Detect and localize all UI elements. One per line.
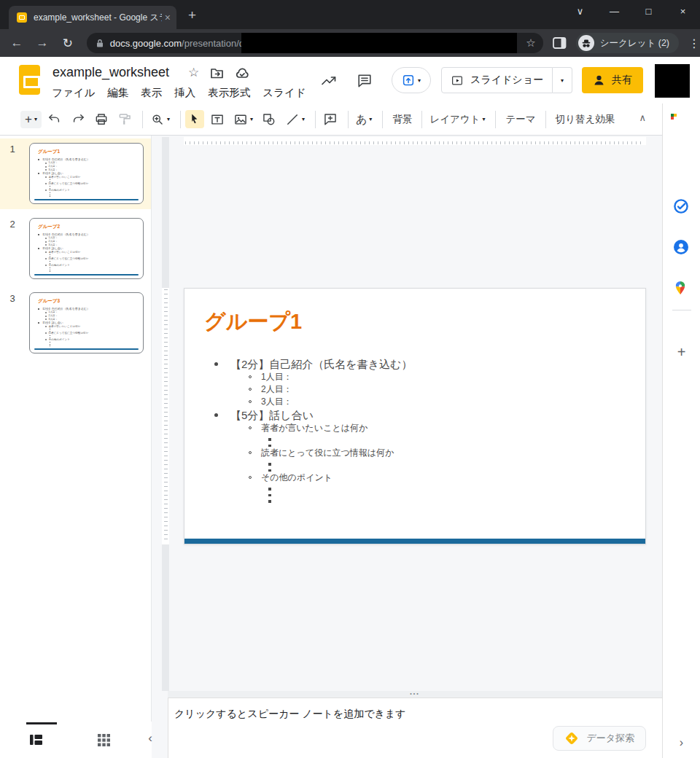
- get-addons-button[interactable]: +: [663, 344, 700, 361]
- bullet-item-l1: 【2分】自己紹介（氏名を書き込む）: [213, 357, 635, 371]
- bullet-item-l1: 【5分】話し合い: [213, 408, 635, 422]
- toolbar-divider: [382, 111, 383, 128]
- explore-button[interactable]: データ探索: [553, 726, 646, 751]
- toolbar: +▾ ▾ ▾: [0, 103, 662, 136]
- tab-close-icon[interactable]: ×: [165, 12, 171, 23]
- theme-button[interactable]: テーマ: [500, 111, 540, 128]
- background-button[interactable]: 背景: [387, 111, 417, 128]
- new-tab-button[interactable]: +: [188, 7, 196, 24]
- favorite-star-icon[interactable]: ☆: [188, 66, 199, 79]
- layout-button[interactable]: レイアウト▾: [427, 111, 488, 128]
- toolbar-divider: [142, 111, 143, 128]
- slide-thumbnail-3[interactable]: グループ3 【2分】自己紹介（氏名を書き込む）1人目：2人目：3人目：【5分】話…: [29, 292, 144, 353]
- new-slide-caret-icon: ▾: [34, 116, 37, 122]
- menu-bar: ファイル編集表示挿入表示形式スライド配置: [52, 86, 319, 101]
- notes-resize-handle[interactable]: •••: [168, 691, 662, 698]
- slide-filmstrip: 1 グループ1 【2分】自己紹介（氏名を書き込む）1人目：2人目：3人目：【5分…: [0, 136, 152, 722]
- account-avatar[interactable]: [655, 64, 690, 98]
- transition-button[interactable]: 切り替え効果: [551, 111, 621, 128]
- undo-button[interactable]: [44, 110, 65, 129]
- side-panel-icon[interactable]: [553, 37, 567, 49]
- tasks-icon[interactable]: [674, 199, 688, 214]
- font-tool-button[interactable]: あ▾: [353, 112, 375, 128]
- new-slide-button[interactable]: +▾: [20, 111, 42, 128]
- thumbnail-title: グループ2: [38, 224, 60, 230]
- activity-icon[interactable]: [320, 72, 338, 88]
- document-title[interactable]: example_worksheet: [52, 65, 169, 80]
- menu-view[interactable]: 表示: [141, 87, 162, 98]
- slides-header: example_worksheet ☆ ファイル編集表示挿入表示形式スライド配置…: [0, 57, 700, 103]
- present-caret-icon[interactable]: ▾: [418, 77, 421, 84]
- slide-thumbnail-row[interactable]: 3 グループ3 【2分】自己紹介（氏名を書き込む）1人目：2人目：3人目：【5分…: [0, 288, 151, 359]
- window-maximize-icon[interactable]: □: [631, 0, 666, 29]
- toolbar-divider: [180, 111, 181, 128]
- add-comment-button[interactable]: [320, 110, 341, 129]
- slide-title[interactable]: グループ1: [204, 308, 302, 337]
- slide-thumbnail-row[interactable]: 1 グループ1 【2分】自己紹介（氏名を書き込む）1人目：2人目：3人目：【5分…: [0, 138, 151, 209]
- comment-history-icon[interactable]: [357, 73, 373, 88]
- notes-placeholder[interactable]: クリックするとスピーカー ノートを追加できます: [174, 708, 405, 721]
- slideshow-caret-button[interactable]: ▾: [553, 67, 572, 93]
- image-tool-button[interactable]: ▾: [230, 110, 256, 129]
- slide-thumbnail-2[interactable]: グループ2 【2分】自己紹介（氏名を書き込む）1人目：2人目：3人目：【5分】話…: [29, 218, 144, 279]
- filmstrip-view-button[interactable]: [29, 733, 43, 746]
- cloud-saved-icon[interactable]: [235, 67, 249, 79]
- collapse-filmstrip-button[interactable]: ‹: [139, 727, 161, 749]
- slideshow-button[interactable]: スライドショー: [441, 67, 553, 93]
- view-toggle-bar: ‹: [0, 722, 152, 758]
- document-title-icons: ☆: [188, 66, 249, 79]
- forward-icon[interactable]: →: [34, 36, 51, 50]
- tab-title: example_worksheet - Google スラ: [34, 12, 162, 24]
- contacts-icon[interactable]: [674, 240, 688, 254]
- url-path: /presentation/d/: [182, 38, 247, 49]
- slides-logo-icon[interactable]: [19, 65, 40, 95]
- textbox-tool-button[interactable]: [207, 110, 228, 129]
- slide-thumbnail-row[interactable]: 2 グループ2 【2分】自己紹介（氏名を書き込む）1人目：2人目：3人目：【5分…: [0, 214, 151, 284]
- toolbar-divider: [315, 111, 316, 128]
- browser-tab[interactable]: example_worksheet - Google スラ ×: [9, 6, 176, 29]
- thumbnail-body: 【2分】自己紹介（氏名を書き込む）1人目：2人目：3人目：【5分】話し合い著者が…: [38, 307, 140, 346]
- bookmark-star-icon[interactable]: ☆: [526, 36, 535, 50]
- browser-menu-icon[interactable]: ⋮: [688, 36, 700, 50]
- current-slide[interactable]: グループ1 【2分】自己紹介（氏名を書き込む）1人目：2人目：3人目：【5分】話…: [184, 288, 646, 544]
- print-button[interactable]: [91, 110, 112, 129]
- keep-icon[interactable]: [674, 158, 688, 173]
- grid-view-button[interactable]: [98, 734, 110, 746]
- paint-format-button[interactable]: [114, 110, 135, 129]
- menu-file[interactable]: ファイル: [52, 87, 95, 98]
- bullet-item-l2: その他のポイント: [213, 472, 635, 484]
- slide-thumbnail-1[interactable]: グループ1 【2分】自己紹介（氏名を書き込む）1人目：2人目：3人目：【5分】話…: [29, 143, 144, 204]
- incognito-badge[interactable]: シークレット (2): [576, 33, 679, 53]
- slide-body-text[interactable]: 【2分】自己紹介（氏名を書き込む）1人目：2人目：3人目：【5分】話し合い著者が…: [213, 357, 635, 503]
- menu-format[interactable]: 表示形式: [208, 87, 250, 98]
- horizontal-ruler: [184, 137, 646, 145]
- line-tool-button[interactable]: ▾: [282, 110, 308, 129]
- address-bar[interactable]: docs.google.com /presentation/d/ ☆: [87, 33, 543, 53]
- window-menu-icon[interactable]: ∨: [563, 0, 597, 29]
- zoom-button[interactable]: ▾: [147, 110, 173, 129]
- window-minimize-icon[interactable]: —: [597, 0, 631, 29]
- active-view-indicator: [26, 722, 57, 724]
- menu-insert[interactable]: 挿入: [174, 87, 195, 98]
- maps-icon[interactable]: [674, 281, 688, 295]
- calendar-icon[interactable]: 31: [674, 117, 688, 131]
- hide-side-panel-button[interactable]: ›: [663, 736, 700, 749]
- back-icon[interactable]: ←: [8, 36, 26, 50]
- redo-button[interactable]: [68, 110, 88, 129]
- side-panel-rail: 31 + ›: [662, 103, 700, 758]
- toolbar-divider: [421, 111, 422, 128]
- shape-tool-button[interactable]: [259, 110, 279, 129]
- header-actions: ▾ スライドショー ▾ 共有: [314, 57, 643, 103]
- move-folder-icon[interactable]: [210, 66, 224, 79]
- speaker-notes[interactable]: クリックするとスピーカー ノートを追加できます データ探索: [168, 698, 662, 758]
- window-close-icon[interactable]: ×: [666, 0, 700, 29]
- present-button[interactable]: ▾: [392, 67, 431, 93]
- editor-canvas[interactable]: グループ1 【2分】自己紹介（氏名を書き込む）1人目：2人目：3人目：【5分】話…: [152, 136, 662, 692]
- select-tool-button[interactable]: [185, 110, 204, 128]
- menu-slide[interactable]: スライド: [262, 87, 306, 98]
- thumbnail-accent-bar: [34, 199, 139, 201]
- menu-edit[interactable]: 編集: [107, 87, 128, 98]
- reload-icon[interactable]: ↻: [59, 36, 77, 51]
- collapse-toolbar-icon[interactable]: ∧: [639, 112, 646, 123]
- share-button[interactable]: 共有: [582, 67, 643, 93]
